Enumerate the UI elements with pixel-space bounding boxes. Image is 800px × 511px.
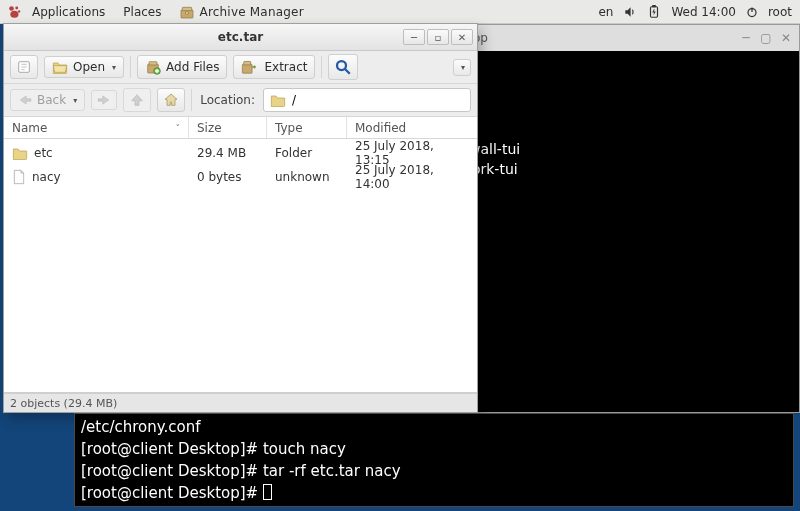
location-path: / xyxy=(292,93,296,107)
nav-forward-button[interactable] xyxy=(91,90,117,110)
bgterm-titlebar: sktop ─ ▢ ✕ xyxy=(451,25,799,51)
chevron-down-icon: ▾ xyxy=(461,63,465,72)
extract-button[interactable]: Extract xyxy=(233,55,315,79)
archive-manager-icon xyxy=(179,4,195,20)
file-list: Name˅ Size Type Modified etc 29.4 MB Fol… xyxy=(4,117,477,393)
svg-rect-5 xyxy=(183,7,192,10)
archive-toolbar-main: Open ▾ Add Files Extract ▾ xyxy=(4,51,477,84)
folder-open-icon xyxy=(52,60,68,74)
add-files-button[interactable]: Add Files xyxy=(137,55,227,79)
folder-icon xyxy=(12,146,28,160)
arrow-right-icon xyxy=(97,94,111,106)
toolbar-separator xyxy=(191,89,192,111)
gnome-foot-icon xyxy=(0,5,22,19)
table-row[interactable]: etc 29.4 MB Folder 25 July 2018, 13:15 xyxy=(4,139,477,163)
folder-icon xyxy=(270,93,286,107)
table-row[interactable]: nacy 0 bytes unknown 25 July 2018, 14:00 xyxy=(4,163,477,187)
toolbar-separator xyxy=(130,56,131,78)
sort-indicator-icon: ˅ xyxy=(176,123,181,133)
svg-rect-15 xyxy=(243,64,253,73)
column-header-name[interactable]: Name˅ xyxy=(4,117,189,138)
term-prompt: [root@client Desktop]# xyxy=(81,484,263,502)
bgterm-line: rewall-tui xyxy=(455,139,799,159)
background-terminal-window: sktop ─ ▢ ✕ rewall-tui twork-tui xyxy=(450,24,800,413)
bgterm-minimize-button[interactable]: ─ xyxy=(739,31,753,45)
bgterm-body: rewall-tui twork-tui xyxy=(451,51,799,412)
svg-point-2 xyxy=(18,10,20,12)
row-type: unknown xyxy=(275,170,330,184)
foreground-terminal[interactable]: /etc/chrony.conf [root@client Desktop]# … xyxy=(74,413,794,507)
bgterm-line: twork-tui xyxy=(455,159,799,179)
row-type: Folder xyxy=(275,146,312,160)
active-app-name: Archive Manager xyxy=(199,5,303,19)
svg-line-18 xyxy=(346,69,351,74)
file-list-header: Name˅ Size Type Modified xyxy=(4,117,477,139)
location-label: Location: xyxy=(200,93,255,107)
battery-icon[interactable] xyxy=(647,5,661,19)
new-archive-icon xyxy=(16,59,32,75)
terminal-cursor xyxy=(263,484,272,500)
menu-applications[interactable]: Applications xyxy=(24,0,113,24)
archive-toolbar-nav: Back ▾ Location: / xyxy=(4,84,477,117)
nav-back-label: Back xyxy=(37,93,66,107)
row-name: etc xyxy=(34,146,53,160)
column-header-size[interactable]: Size xyxy=(189,117,267,138)
open-button-label: Open xyxy=(73,60,105,74)
add-files-icon xyxy=(145,59,161,75)
add-files-label: Add Files xyxy=(166,60,219,74)
column-header-type[interactable]: Type xyxy=(267,117,347,138)
file-icon xyxy=(12,169,26,185)
archive-close-button[interactable]: ✕ xyxy=(451,29,473,45)
nav-back-button[interactable]: Back ▾ xyxy=(10,89,85,111)
search-button[interactable] xyxy=(328,54,358,80)
svg-point-1 xyxy=(15,6,18,9)
clock[interactable]: Wed 14:00 xyxy=(671,5,736,19)
svg-point-3 xyxy=(10,10,18,17)
arrow-left-icon xyxy=(18,94,32,106)
menu-button[interactable]: ▾ xyxy=(453,59,471,76)
power-icon[interactable] xyxy=(746,6,758,18)
volume-icon[interactable] xyxy=(623,5,637,19)
nav-home-button[interactable] xyxy=(157,88,185,112)
svg-rect-8 xyxy=(653,5,655,6)
svg-rect-6 xyxy=(186,12,189,14)
menu-places[interactable]: Places xyxy=(115,0,169,24)
bgterm-maximize-button[interactable]: ▢ xyxy=(759,31,773,45)
row-name: nacy xyxy=(32,170,61,184)
status-text: 2 objects (29.4 MB) xyxy=(10,397,117,410)
term-line: /etc/chrony.conf xyxy=(81,418,200,436)
status-bar: 2 objects (29.4 MB) xyxy=(4,393,477,412)
new-archive-button[interactable] xyxy=(10,55,38,79)
home-icon xyxy=(163,92,179,108)
extract-icon xyxy=(241,59,259,75)
term-line: [root@client Desktop]# tar -rf etc.tar n… xyxy=(81,462,401,480)
row-modified: 25 July 2018, 14:00 xyxy=(355,163,469,191)
arrow-up-icon xyxy=(129,92,145,108)
keyboard-layout-indicator[interactable]: en xyxy=(598,5,613,19)
active-app-indicator[interactable]: Archive Manager xyxy=(171,4,311,20)
svg-rect-13 xyxy=(149,62,157,65)
svg-point-17 xyxy=(337,61,346,70)
svg-rect-16 xyxy=(244,61,251,64)
archive-minimize-button[interactable]: ─ xyxy=(403,29,425,45)
user-indicator[interactable]: root xyxy=(768,5,792,19)
chevron-down-icon: ▾ xyxy=(73,96,77,105)
nav-up-button[interactable] xyxy=(123,88,151,112)
gnome-top-panel: Applications Places Archive Manager en W… xyxy=(0,0,800,24)
column-header-modified[interactable]: Modified xyxy=(347,117,477,138)
svg-point-0 xyxy=(9,6,14,11)
extract-label: Extract xyxy=(264,60,307,74)
bgterm-close-button[interactable]: ✕ xyxy=(779,31,793,45)
archive-maximize-button[interactable]: ▫ xyxy=(427,29,449,45)
open-button[interactable]: Open ▾ xyxy=(44,56,124,78)
term-line: [root@client Desktop]# touch nacy xyxy=(81,440,346,458)
archive-titlebar[interactable]: etc.tar ─ ▫ ✕ xyxy=(4,24,477,51)
search-icon xyxy=(334,58,352,76)
row-size: 29.4 MB xyxy=(197,146,246,160)
chevron-down-icon: ▾ xyxy=(112,63,116,72)
row-size: 0 bytes xyxy=(197,170,242,184)
toolbar-separator xyxy=(321,56,322,78)
location-field[interactable]: / xyxy=(263,88,471,112)
archive-manager-window: etc.tar ─ ▫ ✕ Open ▾ Add Files Extract xyxy=(3,23,478,413)
